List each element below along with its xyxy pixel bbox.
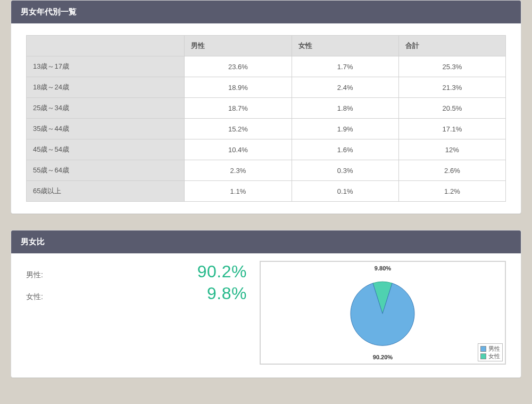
legend-label-male: 男性 (488, 345, 500, 352)
cell-female: 1.6% (292, 139, 398, 160)
age-range-label: 45歳～54歳 (27, 139, 185, 160)
panel-title: 男女年代別一覧 (11, 1, 521, 23)
ratio-value-male: 90.2% (197, 262, 247, 282)
table-row: 55歳～64歳2.3%0.3%2.6% (27, 160, 506, 181)
col-female: 女性 (292, 36, 398, 56)
table-panel-body: 男性 女性 合計 13歳～17歳23.6%1.7%25.3%18歳～24歳18.… (11, 23, 521, 213)
cell-female: 2.4% (292, 77, 398, 98)
table-row: 13歳～17歳23.6%1.7%25.3% (27, 56, 506, 77)
ratio-row-male: 男性: 90.2% (26, 261, 247, 283)
cell-total: 17.1% (398, 119, 505, 139)
cell-male: 1.1% (185, 181, 292, 202)
cell-total: 1.2% (398, 181, 505, 202)
table-row: 35歳～44歳15.2%1.9%17.1% (27, 119, 506, 139)
cell-male: 2.3% (185, 160, 292, 181)
ratio-panel-body: 男性: 90.2% 女性: 9.8% 9.80% 90.20% (11, 253, 521, 377)
age-range-label: 25歳～34歳 (27, 98, 185, 119)
ratio-label-male: 男性: (26, 270, 43, 280)
ratio-stats: 男性: 90.2% 女性: 9.8% (26, 261, 247, 365)
panel-title: 男女比 (11, 230, 521, 253)
pie-chart-container: 9.80% 90.20% 男性 女性 (260, 261, 506, 365)
legend-row-male: 男性 (480, 345, 500, 352)
age-range-label: 65歳以上 (27, 181, 185, 202)
cell-male: 15.2% (185, 119, 292, 139)
cell-female: 0.3% (292, 160, 398, 181)
table-row: 25歳～34歳18.7%1.8%20.5% (27, 98, 506, 119)
ratio-value-female: 9.8% (207, 284, 247, 303)
col-male: 男性 (185, 36, 292, 56)
cell-total: 12% (398, 139, 505, 160)
cell-female: 0.1% (292, 181, 398, 202)
cell-total: 2.6% (398, 160, 505, 181)
age-gender-table: 男性 女性 合計 13歳～17歳23.6%1.7%25.3%18歳～24歳18.… (26, 35, 506, 202)
col-blank (27, 36, 185, 56)
age-range-label: 18歳～24歳 (27, 77, 185, 98)
legend-swatch-male (480, 346, 486, 352)
pie-chart-box: 9.80% 90.20% 男性 女性 (260, 261, 506, 365)
pie-legend: 男性 女性 (478, 343, 503, 361)
cell-total: 20.5% (398, 98, 505, 119)
pie-slice-label-male: 90.20% (373, 354, 393, 360)
cell-total: 21.3% (398, 77, 505, 98)
legend-label-female: 女性 (488, 352, 500, 360)
cell-total: 25.3% (398, 56, 505, 77)
table-row: 45歳～54歳10.4%1.6%12% (27, 139, 506, 160)
cell-female: 1.8% (292, 98, 398, 119)
col-total: 合計 (398, 36, 505, 56)
table-row: 65歳以上1.1%0.1%1.2% (27, 181, 506, 202)
legend-swatch-female (480, 353, 486, 359)
cell-male: 23.6% (185, 56, 292, 77)
ratio-label-female: 女性: (26, 292, 43, 302)
cell-male: 10.4% (185, 139, 292, 160)
cell-female: 1.9% (292, 119, 398, 139)
age-range-label: 35歳～44歳 (27, 119, 185, 139)
age-range-label: 55歳～64歳 (27, 160, 185, 181)
cell-male: 18.9% (185, 77, 292, 98)
gender-ratio-panel: 男女比 男性: 90.2% 女性: 9.8% 9.80% 90. (11, 230, 521, 378)
cell-female: 1.7% (292, 56, 398, 77)
ratio-row-female: 女性: 9.8% (26, 283, 247, 304)
cell-male: 18.7% (185, 98, 292, 119)
table-row: 18歳～24歳18.9%2.4%21.3% (27, 77, 506, 98)
age-range-label: 13歳～17歳 (27, 56, 185, 77)
legend-row-female: 女性 (480, 352, 500, 360)
pie-chart (347, 278, 418, 351)
pie-slice-label-female: 9.80% (375, 265, 391, 271)
age-gender-table-panel: 男女年代別一覧 男性 女性 合計 13歳～17歳23.6%1.7%25.3%18… (11, 0, 521, 214)
